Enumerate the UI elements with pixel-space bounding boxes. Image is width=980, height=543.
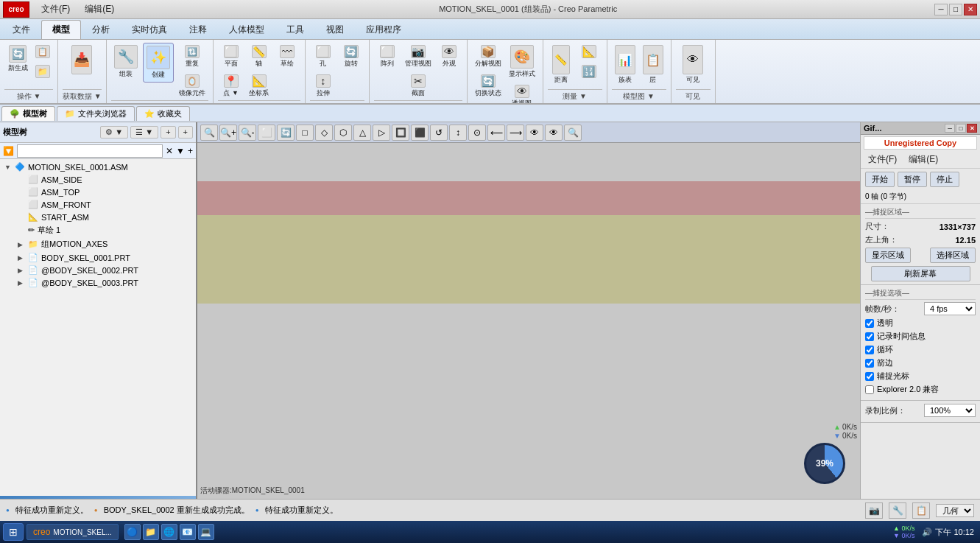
vp-btn-hide1[interactable]: 👁 [526,125,543,141]
tree-add2-btn[interactable]: + [178,126,193,139]
tab-file[interactable]: 文件 [1,20,41,39]
vp-btn-zoomin[interactable]: 🔍+ [219,125,237,141]
btn-stop[interactable]: 停止 [930,172,959,187]
btn-getdata[interactable]: 📥 [68,43,95,77]
maximize-button[interactable]: □ [949,4,962,15]
vp-btn-view7[interactable]: ⬛ [411,125,429,141]
btn-array[interactable]: ⬜ 阵列 [374,43,401,71]
btn-appearance[interactable]: 👁 外观 [436,43,462,71]
vp-btn-zoomout[interactable]: 🔍- [239,125,256,141]
btn-perspective[interactable]: 👁 透视图 [506,83,538,105]
vp-btn-view2[interactable]: ◇ [315,125,333,141]
btn-familytable[interactable]: 📊 族表 [612,43,638,87]
cb-recordtime[interactable] [865,332,874,341]
tree-item-motion-axes[interactable]: ▶ 📁 组MOTION_AXES [1,237,194,251]
btn-section[interactable]: ✂ 截面 [402,72,434,100]
btn-assemble[interactable]: 🔧 组装 [111,43,141,81]
close-button[interactable]: ✕ [964,4,977,15]
btn-displaystyle[interactable]: 🎨 显示样式 [506,43,538,81]
tab-simulation[interactable]: 实时仿真 [121,20,178,39]
search-down-icon[interactable]: ▼ [176,146,185,156]
geometry-select[interactable]: 几何 [936,504,974,517]
right-menu-file[interactable]: 文件(F) [865,153,900,167]
tab-tools[interactable]: 工具 [275,20,315,39]
vp-btn-axis1[interactable]: ⟵ [487,125,505,141]
tree-item-body-skel2[interactable]: ▶ 📄 @BODY_SKEL_0002.PRT [1,264,194,276]
vp-btn-pan[interactable]: ⬜ [258,125,275,141]
btn-start[interactable]: 开始 [865,172,895,187]
btn-extrude[interactable]: ↕ 拉伸 [310,72,336,100]
btn-layer[interactable]: 📋 层 [640,43,666,87]
panel-close-btn[interactable]: ✕ [967,124,977,133]
btn-repeat[interactable]: 🔃 重复 [176,43,208,71]
btn-exploded[interactable]: 📦 分解视图 [472,43,504,71]
search-add-icon[interactable]: + [188,146,193,156]
btn-create[interactable]: ✨ 创建 [143,43,174,83]
vp-btn-view6[interactable]: 🔲 [392,125,409,141]
status-btn-2[interactable]: 🔧 [889,502,906,519]
btn-hole[interactable]: ⬜ 孔 [310,43,336,71]
cb-cursor[interactable] [865,372,874,381]
tab-model-tree[interactable]: 🌳模型树 [1,106,55,121]
tree-filter-btn[interactable]: ☰ ▼ [130,126,158,139]
tab-view[interactable]: 视图 [315,20,355,39]
tab-favorites[interactable]: ⭐收藏夹 [136,106,190,121]
vp-btn-extra[interactable]: 🔍 [564,125,582,141]
vp-btn-view1[interactable]: □ [296,125,314,141]
vp-btn-view5[interactable]: ▷ [373,125,390,141]
fps-select[interactable]: 4 fps 8 fps 12 fps [924,302,976,315]
cb-explorer[interactable] [865,385,874,394]
btn-select-area[interactable]: 选择区域 [930,248,976,263]
tab-human[interactable]: 人体模型 [218,20,275,39]
tree-item-asm-top[interactable]: ⬜ ASM_TOP [1,186,194,198]
btn-revolve[interactable]: 🔄 旋转 [338,43,364,71]
btn-manageview[interactable]: 📷 管理视图 [402,43,434,71]
vp-btn-fitall[interactable]: 🔍 [200,125,218,141]
btn-show-area[interactable]: 显示区域 [865,248,911,263]
tree-add-btn[interactable]: + [161,126,175,139]
btn-switchstate[interactable]: 🔄 切换状态 [472,72,504,100]
taskbar-icon-2[interactable]: 📁 [143,524,159,540]
menu-edit[interactable]: 编辑(E) [77,1,121,17]
tree-item-asm-front[interactable]: ⬜ ASM_FRONT [1,198,194,211]
vp-btn-normal[interactable]: ⊙ [468,125,486,141]
btn-measure2[interactable]: 🔢 [576,63,602,81]
vp-btn-view3[interactable]: ⬡ [334,125,352,141]
tray-icon-1[interactable]: 🔊 [922,528,932,537]
status-btn-1[interactable]: 📷 [865,502,883,519]
viewport[interactable]: 🔍 🔍+ 🔍- ⬜ 🔄 □ ◇ ⬡ △ ▷ 🔲 ⬛ ↺ ↕ ⊙ ⟵ ⟶ 👁 👁 … [197,122,860,499]
btn-plane[interactable]: ⬜ 平面 [218,43,244,71]
panel-minimize-btn[interactable]: ─ [945,124,955,133]
btn-point[interactable]: 📍 点 ▼ [218,72,244,100]
btn-regenerate[interactable]: 🔄 新生成 [4,43,31,75]
btn-refresh-screen[interactable]: 刷新屏幕 [871,266,970,281]
record-ratio-select[interactable]: 100% 75% 50% [924,404,976,417]
right-menu-edit[interactable]: 编辑(E) [906,153,941,167]
vp-btn-flip[interactable]: ↕ [449,125,467,141]
btn-mirror[interactable]: 🪞 镜像元件 [176,72,208,100]
tab-folder-browser[interactable]: 📁文件夹浏览器 [57,106,135,121]
menu-file[interactable]: 文件(F) [34,1,77,17]
vp-btn-rotate[interactable]: 🔄 [277,125,295,141]
tab-annotation[interactable]: 注释 [178,20,218,39]
clear-icon[interactable]: ✕ [166,146,173,156]
tree-settings-btn[interactable]: ⚙ ▼ [100,126,128,139]
btn-visible[interactable]: 👁 可见 [680,43,706,87]
vp-btn-view4[interactable]: △ [353,125,371,141]
btn-axis[interactable]: 📏 轴 [246,43,272,71]
tree-item-root[interactable]: ▼ 🔷 MOTION_SKEL_0001.ASM [1,161,194,173]
btn-sketch[interactable]: 〰 草绘 [274,43,300,71]
taskbar-icon-4[interactable]: 📧 [180,524,196,540]
cb-border[interactable] [865,359,874,368]
vp-btn-spin[interactable]: ↺ [430,125,448,141]
btn-coords[interactable]: 📐 坐标系 [246,72,272,100]
panel-maximize-btn[interactable]: □ [956,124,966,133]
minimize-button[interactable]: ─ [934,4,948,15]
search-input[interactable] [17,144,163,158]
taskbar-start-btn[interactable]: ⊞ [3,523,24,541]
cb-loop[interactable] [865,346,874,354]
tree-item-body-skel3[interactable]: ▶ 📄 @BODY_SKEL_0003.PRT [1,276,194,289]
vp-btn-axis2[interactable]: ⟶ [507,125,524,141]
tab-analysis[interactable]: 分析 [81,20,121,39]
btn-copy[interactable]: 📋 [32,43,53,61]
